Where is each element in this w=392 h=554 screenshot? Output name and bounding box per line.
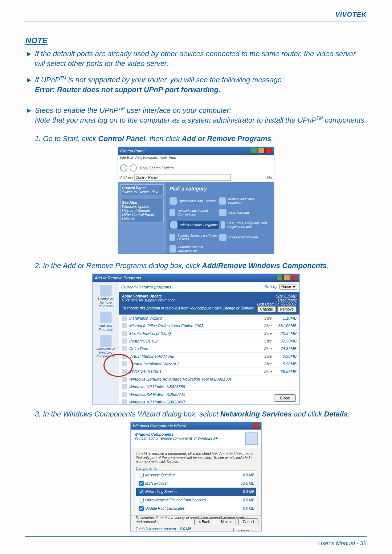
close-icon[interactable] (253, 423, 259, 429)
component-size: 13.5 MB (241, 481, 254, 485)
component-row[interactable]: Message Queuing0.0 MB (136, 471, 256, 479)
component-row[interactable]: Update Root Certificates0.0 MB (136, 504, 256, 513)
tm: TM (317, 116, 323, 121)
support-link[interactable]: Click here for support information. (122, 298, 176, 302)
link[interactable]: Help and Support (122, 209, 150, 213)
category-icon (170, 245, 176, 253)
window-titlebar[interactable]: Add or Remove Programs (93, 274, 299, 282)
program-icon (122, 323, 127, 328)
window-titlebar[interactable]: Windows Components Wizard (131, 422, 261, 430)
category-item[interactable]: Printers and Other Hardware (219, 197, 268, 205)
close-icon[interactable] (291, 275, 297, 280)
t: Add New Programs (98, 324, 113, 331)
component-row[interactable]: Other Network File and Print Services0.0… (136, 496, 256, 504)
program-name: Windows XP Hotfix - KB823559 (129, 385, 259, 389)
link[interactable]: Other Control Panel Options (122, 213, 154, 221)
t: Date, Time, Language, and Regional Optio… (227, 221, 269, 229)
minimize-icon[interactable] (251, 148, 257, 153)
component-checkbox[interactable] (139, 481, 144, 486)
back-icon[interactable] (120, 164, 127, 172)
t: 2. In the Add or Remove Programs dialog … (35, 262, 202, 270)
close-icon[interactable] (265, 148, 272, 153)
link[interactable]: Windows Update (122, 205, 150, 209)
toolbar[interactable]: Back Search Folders (118, 163, 274, 173)
category-item[interactable]: Date, Time, Language, and Regional Optio… (221, 221, 269, 229)
callout-circle (103, 354, 133, 377)
window-buttons[interactable] (275, 275, 297, 281)
selected-program[interactable]: Size 2.15MB Used rarely Last Used On 7/2… (119, 292, 299, 315)
category-item-add-remove[interactable]: Add or Remove Programs (170, 221, 219, 229)
window-titlebar[interactable]: Control Panel (118, 147, 274, 155)
note-text-2: If UPnPTM is not supported by your route… (35, 75, 367, 95)
category-item[interactable]: Accessibility Options (219, 234, 268, 241)
size-label: Size (259, 346, 272, 351)
program-name: Mozilla Firefox (2.0.0.6) (129, 331, 259, 336)
note-item-3: ► Steps to enable the UPnPTM user interf… (25, 106, 367, 125)
program-row[interactable]: Virtual Machine AdditionsSize0.90MB (119, 353, 299, 360)
component-checkbox[interactable] (139, 506, 144, 511)
switch-view-link[interactable]: Switch to Classic View (122, 190, 158, 194)
t: Performance and Maintenance (178, 245, 218, 253)
component-checkbox[interactable] (139, 489, 144, 494)
wizard-subheading: You can add or remove components of Wind… (134, 436, 219, 440)
component-row[interactable]: MSN Explorer13.5 MB (136, 479, 256, 488)
program-row[interactable]: Installation WizardSize1.10MB (119, 315, 299, 322)
category-item[interactable]: Appearance and Themes (170, 197, 218, 205)
category-item[interactable]: Network and Internet Connections (170, 209, 218, 216)
size-label: Size (259, 324, 272, 328)
t: and click (292, 410, 324, 418)
category-item[interactable]: Sounds, Speech, and Audio Devices (170, 234, 218, 241)
address-bar[interactable]: Address Go (118, 173, 274, 182)
program-row[interactable]: Microsoft Office Professional Edition 20… (119, 322, 299, 330)
program-row[interactable]: Windows Genuine Advantage Validation Too… (119, 376, 299, 383)
maximize-icon[interactable] (258, 148, 265, 153)
category-icon (219, 209, 226, 216)
category-item[interactable]: Performance and Maintenance (170, 245, 218, 253)
address-input[interactable] (134, 174, 231, 181)
program-row[interactable]: PostgreSQL 8.2Size57.50MB (119, 337, 299, 345)
program-row[interactable]: Windows XP Hotfix - KB828741 (119, 391, 299, 398)
t: components. (323, 116, 366, 124)
arrow-icon: ► (25, 106, 35, 125)
category-item[interactable]: User Accounts (219, 209, 268, 216)
window-buttons[interactable] (250, 148, 272, 154)
component-checkbox[interactable] (139, 498, 144, 502)
program-icon (122, 331, 127, 336)
component-checkbox[interactable] (139, 473, 144, 477)
maximize-icon[interactable] (283, 275, 290, 280)
back-button[interactable]: < Back (194, 518, 214, 525)
arrow-icon: ► (25, 49, 35, 69)
wizard-heading: Windows Components (134, 432, 173, 436)
go-button[interactable]: Go (267, 176, 272, 180)
menubar[interactable]: File Edit View Favorites Tools Help (118, 155, 274, 163)
next-button[interactable]: Next > (217, 518, 236, 525)
program-row[interactable]: Windows XP Hotfix - KB833407 (119, 398, 299, 405)
category-icon (170, 197, 177, 205)
component-row[interactable]: Networking Services0.3 MB (136, 488, 256, 496)
program-row[interactable]: QuickTimeSize74.39MB (119, 345, 299, 353)
program-row[interactable]: Mozilla Firefox (2.0.0.6)Size20.34MB (119, 330, 299, 337)
window-title: Control Panel (120, 149, 144, 153)
details-button[interactable]: Details... (233, 528, 256, 532)
program-icon (122, 392, 127, 397)
forward-icon[interactable] (130, 164, 137, 172)
program-row[interactable]: Vivotek Installation Wizard 2Size5.50MB (119, 360, 299, 368)
program-row[interactable]: Windows XP Hotfix - KB823559 (119, 383, 299, 391)
minimize-icon[interactable] (276, 275, 283, 280)
side-box[interactable]: Control Panel Switch to Classic View (120, 184, 164, 196)
category-icon (221, 221, 225, 229)
close-button[interactable]: Close (274, 394, 296, 402)
cancel-button[interactable]: Cancel (238, 518, 258, 525)
components-list[interactable]: Message Queuing0.0 MBMSN Explorer13.5 MB… (136, 471, 256, 513)
size-label: Size (259, 316, 272, 320)
steps: 1. Go to Start, click Control Panel, the… (25, 135, 367, 532)
side-change-remove[interactable]: Change or Remove Programs (94, 285, 117, 308)
program-row[interactable]: VIVOTEK ST7501Size66.96MB (119, 368, 299, 376)
side-add-new[interactable]: Add New Programs (94, 312, 117, 331)
brand: VIVOTEK (25, 11, 367, 19)
side-box[interactable]: See Also Windows Update Help and Support… (120, 199, 164, 222)
change-button[interactable]: Change (257, 306, 276, 312)
remove-button[interactable]: Remove (277, 306, 297, 312)
program-size: 20.34MB (275, 331, 297, 336)
sort-select[interactable]: Name (279, 284, 297, 290)
